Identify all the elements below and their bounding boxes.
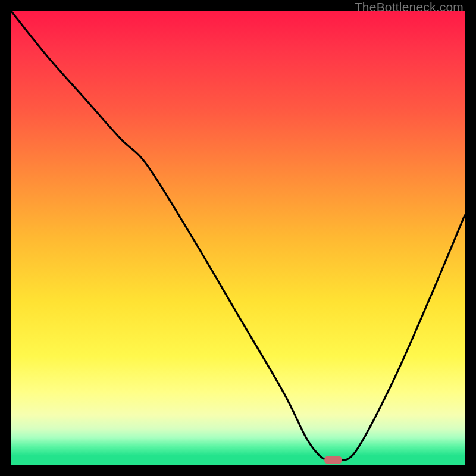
chart-plot-area bbox=[11, 11, 465, 465]
optimal-point-marker bbox=[324, 456, 342, 464]
chart-outer-frame: TheBottleneck.com bbox=[0, 0, 476, 476]
watermark-text: TheBottleneck.com bbox=[355, 0, 464, 14]
bottleneck-curve bbox=[11, 11, 465, 465]
